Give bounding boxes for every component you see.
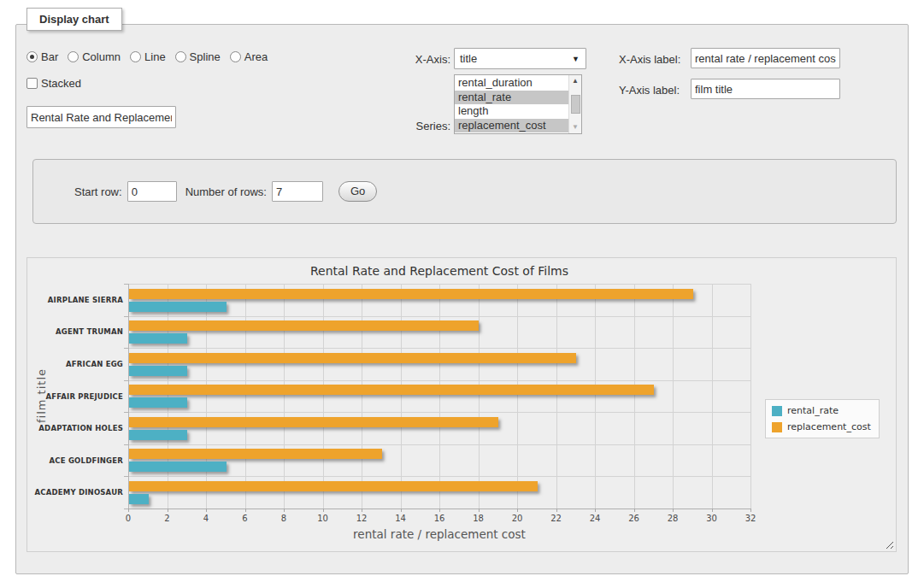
bar-replacement_cost[interactable] (129, 353, 576, 363)
start-row-label: Start row: (74, 185, 122, 198)
radio-icon[interactable] (130, 51, 141, 62)
x-axis-tick (168, 509, 168, 512)
y-axis-tick (124, 284, 128, 285)
x-axis-tick (401, 509, 402, 512)
resize-handle-icon[interactable] (884, 539, 893, 549)
stacked-checkbox[interactable]: Stacked (26, 77, 81, 90)
go-button[interactable]: Go (338, 181, 377, 202)
bar-rental_rate[interactable] (129, 461, 227, 472)
radio-label: Line (144, 50, 166, 63)
bar-rental_rate[interactable] (129, 302, 227, 312)
bar-rental_rate[interactable] (129, 494, 149, 504)
category-label: ACE GOLDFINGER (29, 456, 123, 465)
gridline (362, 284, 362, 509)
legend-item-replacement_cost[interactable]: replacement_cost (772, 421, 871, 432)
checkbox-icon[interactable] (26, 78, 38, 89)
legend-item-rental_rate[interactable]: rental_rate (772, 405, 871, 416)
x-axis-tick-label: 14 (388, 514, 414, 523)
scroll-down-arrow-icon[interactable]: ▼ (569, 121, 582, 133)
scrollbar-thumb[interactable] (571, 95, 580, 114)
y-axis-tick (124, 348, 128, 349)
radio-icon[interactable] (26, 51, 38, 62)
legend-swatch-icon (772, 422, 782, 432)
x-axis-tick (362, 509, 362, 512)
chart-type-radio-area[interactable]: Area (230, 50, 268, 63)
x-axis-tick-label: 28 (660, 514, 686, 523)
gridline (556, 284, 557, 509)
chart-x-axis-title: rental rate / replacement cost (128, 527, 750, 541)
gridline (168, 284, 168, 509)
x-axis-select[interactable]: title ▼ (454, 48, 586, 69)
series-option-replacement_cost[interactable]: replacement_cost (455, 119, 568, 133)
series-listbox[interactable]: rental_durationrental_ratelengthreplacem… (454, 74, 582, 134)
x-axis-tick-label: 26 (621, 514, 647, 523)
display-chart-panel: Display chart BarColumnLineSplineArea St… (15, 24, 909, 574)
start-row-input[interactable] (127, 181, 177, 202)
chart-legend: rental_ratereplacement_cost (765, 399, 880, 438)
panel-tab-display-chart: Display chart (26, 8, 122, 31)
gridline (128, 380, 750, 381)
gridline (439, 284, 440, 509)
bar-replacement_cost[interactable] (129, 289, 693, 299)
x-axis-tick-label: 18 (466, 514, 491, 523)
bar-rental_rate[interactable] (129, 397, 187, 408)
x-axis-tick (439, 509, 440, 512)
gridline (245, 284, 246, 509)
radio-icon[interactable] (68, 51, 79, 62)
chart-container: Rental Rate and Replacement Cost of Film… (26, 257, 897, 552)
x-axis-tick-label: 12 (349, 514, 374, 523)
radio-icon[interactable] (230, 51, 241, 62)
chart-type-radio-column[interactable]: Column (68, 50, 121, 63)
gridline (401, 284, 402, 509)
bar-replacement_cost[interactable] (129, 481, 538, 491)
bar-rental_rate[interactable] (129, 430, 187, 440)
x-axis-tick (517, 509, 518, 512)
legend-label: replacement_cost (787, 421, 871, 432)
gridline (517, 284, 518, 509)
y-axis-tick (124, 380, 128, 381)
bar-rental_rate[interactable] (129, 333, 187, 344)
category-label: ADAPTATION HOLES (29, 424, 123, 432)
gridline (128, 412, 750, 413)
x-axis-tick (284, 509, 285, 512)
bar-rental_rate[interactable] (129, 366, 187, 376)
x-axis-tick-label: 6 (232, 514, 258, 523)
gridline (206, 284, 207, 509)
radio-icon[interactable] (175, 51, 186, 62)
x-axis-tick (673, 509, 674, 512)
category-label: AIRPLANE SIERRA (29, 296, 123, 304)
chart-type-radio-line[interactable]: Line (130, 50, 166, 63)
plot-area (128, 284, 750, 509)
series-options: rental_durationrental_ratelengthreplacem… (455, 75, 568, 133)
x-axis-tick (479, 509, 480, 512)
num-rows-label: Number of rows: (185, 185, 267, 198)
y-axis-line (128, 284, 129, 509)
chart-title-input[interactable] (26, 106, 176, 128)
scroll-up-arrow-icon[interactable]: ▲ (569, 75, 582, 87)
x-axis-tick (206, 509, 207, 512)
series-option-rental_duration[interactable]: rental_duration (455, 76, 568, 91)
x-axis-tick-label: 16 (427, 514, 452, 523)
bar-replacement_cost[interactable] (129, 449, 382, 459)
chart-type-radio-spline[interactable]: Spline (175, 50, 221, 63)
x-axis-tick-label: 20 (504, 514, 530, 523)
x-axis-tick-label: 30 (699, 514, 725, 523)
num-rows-input[interactable] (272, 181, 323, 202)
stacked-label: Stacked (41, 77, 81, 90)
legend-swatch-icon (772, 406, 782, 416)
bar-replacement_cost[interactable] (129, 417, 498, 427)
series-option-rental_rate[interactable]: rental_rate (455, 91, 568, 105)
chart-title: Rental Rate and Replacement Cost of Film… (128, 264, 750, 278)
series-listbox-scrollbar[interactable]: ▲ ▼ (568, 75, 581, 133)
category-label: ACADEMY DINOSAUR (29, 488, 123, 497)
y-axis-label-input[interactable] (691, 79, 840, 99)
gridline (712, 284, 713, 509)
series-option-length[interactable]: length (455, 104, 568, 119)
y-axis-tick (124, 509, 128, 509)
bar-replacement_cost[interactable] (129, 385, 654, 395)
gridline (673, 284, 674, 509)
bar-replacement_cost[interactable] (129, 320, 479, 331)
x-axis-label-input[interactable] (691, 48, 840, 68)
chart-type-radio-bar[interactable]: Bar (26, 50, 58, 63)
gridline (595, 284, 596, 509)
